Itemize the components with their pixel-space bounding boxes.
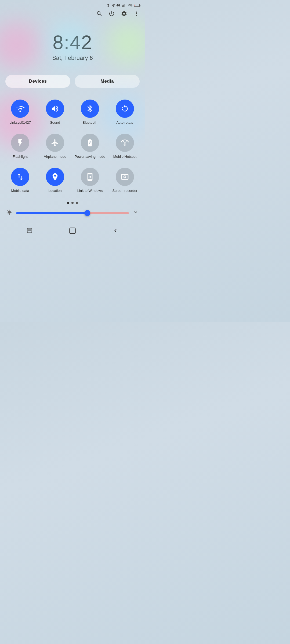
brightness-thumb[interactable] <box>84 210 90 216</box>
tile-airplane[interactable]: Airplane mode <box>38 129 73 163</box>
tile-bluetooth-circle <box>81 100 99 118</box>
tile-bluetooth-label: Bluetooth <box>83 120 97 125</box>
more-options-icon[interactable] <box>133 10 140 19</box>
recent-apps-icon[interactable] <box>26 227 33 236</box>
signal-icon <box>122 3 126 7</box>
tile-mobiledata-label: Mobile data <box>11 189 29 193</box>
sun-icon <box>6 209 12 217</box>
tile-linkwindows-label: Link to Windows <box>77 189 103 193</box>
bluetooth-status-icon <box>106 3 110 7</box>
back-icon[interactable] <box>112 227 119 235</box>
tile-wifi-label: Linksys01427 <box>9 120 31 125</box>
4g-icon: 4G <box>117 4 121 7</box>
flashlight-icon <box>16 138 24 147</box>
nav-bar <box>0 223 145 241</box>
settings-icon[interactable] <box>121 10 127 19</box>
tile-wifi-circle <box>11 100 29 118</box>
tile-screenrecorder[interactable]: Screen recorder <box>107 163 142 197</box>
svg-rect-1 <box>122 6 122 7</box>
brightness-chevron-icon[interactable] <box>133 209 139 217</box>
tab-media[interactable]: Media <box>75 75 140 88</box>
mobiledata-icon <box>16 173 24 181</box>
svg-rect-3 <box>124 5 124 7</box>
tile-autorotate-circle <box>116 100 134 118</box>
tile-airplane-circle <box>46 134 64 152</box>
status-icons: 4G 7% <box>106 3 140 7</box>
clock-area: 8:42 Sat, February 6 <box>0 21 145 67</box>
battery-icon <box>134 4 140 7</box>
link-windows-icon <box>86 173 94 181</box>
tile-hotspot[interactable]: Mobile Hotspot <box>107 129 142 163</box>
tab-row: Devices Media <box>0 67 145 92</box>
rotate-icon <box>121 104 129 113</box>
tile-screenrecorder-label: Screen recorder <box>112 189 137 193</box>
dot-1 <box>67 202 69 204</box>
tile-mobiledata[interactable]: Mobile data <box>3 163 38 197</box>
svg-point-0 <box>113 6 113 6</box>
tile-flashlight[interactable]: Flashlight <box>3 129 38 163</box>
tile-airplane-label: Airplane mode <box>44 155 66 159</box>
tile-screenrecorder-circle <box>116 168 134 186</box>
home-icon[interactable] <box>69 227 76 236</box>
power-icon[interactable] <box>108 10 115 19</box>
bluetooth-icon <box>86 104 94 113</box>
tile-hotspot-label: Mobile Hotspot <box>113 155 137 159</box>
dot-3 <box>76 202 78 204</box>
tile-autorotate-label: Auto rotate <box>116 120 133 125</box>
tile-powersaving-circle <box>81 134 99 152</box>
quick-actions-top <box>0 8 145 21</box>
svg-point-5 <box>19 111 21 112</box>
tile-powersaving-label: Power saving mode <box>75 155 105 159</box>
tile-autorotate[interactable]: Auto rotate <box>107 95 142 129</box>
pagination-dots <box>0 197 145 207</box>
tile-linkwindows[interactable]: Link to Windows <box>73 163 107 197</box>
tile-location-label: Location <box>48 189 61 193</box>
svg-rect-2 <box>123 5 124 7</box>
battery-save-icon <box>86 138 94 147</box>
screen-record-icon <box>121 173 129 181</box>
tile-sound[interactable]: Sound <box>38 95 73 129</box>
clock-time: 8:42 <box>5 31 140 53</box>
svg-rect-4 <box>124 4 125 7</box>
tile-wifi[interactable]: Linksys01427 <box>3 95 38 129</box>
tile-powersaving[interactable]: Power saving mode <box>73 129 107 163</box>
dot-2 <box>71 202 74 204</box>
battery-percent: 7% <box>127 3 132 7</box>
hotspot-icon <box>121 138 129 147</box>
sound-icon <box>51 104 59 113</box>
wifi-icon <box>16 104 24 113</box>
airplane-icon <box>51 138 59 147</box>
status-bar: 4G 7% <box>0 0 145 8</box>
tile-location[interactable]: Location <box>38 163 73 197</box>
brightness-row <box>0 207 145 221</box>
tile-mobiledata-circle <box>11 168 29 186</box>
svg-rect-6 <box>70 228 75 233</box>
tile-flashlight-label: Flashlight <box>13 155 28 159</box>
tab-devices[interactable]: Devices <box>5 75 70 88</box>
tile-bluetooth[interactable]: Bluetooth <box>73 95 107 129</box>
wifi-status-icon <box>111 3 115 7</box>
brightness-track[interactable] <box>16 212 129 214</box>
tile-linkwindows-circle <box>81 168 99 186</box>
tile-sound-label: Sound <box>50 120 60 125</box>
location-icon <box>51 173 59 181</box>
search-icon[interactable] <box>96 10 103 19</box>
tile-sound-circle <box>46 100 64 118</box>
tile-location-circle <box>46 168 64 186</box>
tiles-grid: Linksys01427 Sound Bluetooth Auto rotate <box>0 92 145 197</box>
clock-date: Sat, February 6 <box>5 54 140 61</box>
tile-hotspot-circle <box>116 134 134 152</box>
tile-flashlight-circle <box>11 134 29 152</box>
